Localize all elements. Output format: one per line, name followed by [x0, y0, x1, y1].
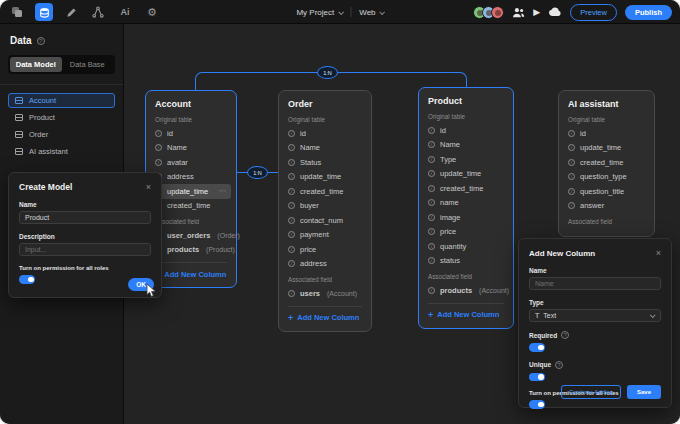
field-user_orders[interactable]: iuser_orders(Order) — [151, 228, 231, 243]
info-icon: i — [428, 243, 435, 250]
settings-gear-icon[interactable]: ⚙ — [143, 3, 161, 21]
field-update_time[interactable]: iupdate_time — [564, 141, 649, 156]
field-created_time[interactable]: icreated_time — [151, 199, 231, 214]
help-icon[interactable]: ? — [37, 37, 45, 45]
unique-toggle[interactable] — [529, 373, 545, 382]
field-id[interactable]: iid — [151, 126, 231, 141]
add-new-column-button[interactable]: +Add New Column — [288, 311, 362, 323]
relation-badge-1n[interactable]: 1:N — [317, 66, 338, 79]
field-products[interactable]: iproducts(Product) — [151, 243, 231, 258]
more-icon[interactable]: ⋯ — [219, 187, 227, 195]
field-quantity[interactable]: iquantity — [424, 239, 508, 254]
column-name-input[interactable]: Name — [529, 277, 661, 290]
field-buyer[interactable]: ibuyer — [284, 199, 366, 214]
info-icon: i — [428, 170, 435, 177]
field-Name[interactable]: iName — [424, 138, 508, 153]
model-name-input[interactable]: Product — [19, 211, 151, 224]
field-label: update_time — [300, 172, 341, 181]
field-Status[interactable]: iStatus — [284, 155, 366, 170]
field-label: Name — [167, 143, 187, 152]
platform-selector[interactable]: Web — [359, 8, 383, 17]
logic-flow-icon[interactable] — [89, 3, 107, 21]
tab-data-model[interactable]: Data Model — [10, 57, 62, 72]
close-icon[interactable]: × — [146, 182, 151, 192]
field-status[interactable]: istatus — [424, 254, 508, 269]
field-answer[interactable]: ianswer — [564, 199, 649, 214]
sidebar-item-order[interactable]: Order — [8, 127, 115, 142]
field-address[interactable]: iaddress — [151, 170, 231, 185]
original-table-label: Original table — [155, 116, 227, 123]
continue-adding-button[interactable]: Continue Adding — [561, 385, 621, 399]
preview-button[interactable]: Preview — [570, 4, 617, 21]
unique-label: Unique ? — [529, 361, 661, 369]
run-play-icon[interactable]: ▶ — [533, 7, 540, 17]
field-label: created_time — [300, 187, 343, 196]
avatar[interactable] — [491, 6, 504, 19]
field-label: Name — [300, 143, 320, 152]
permission-toggle[interactable] — [19, 275, 35, 284]
info-icon: i — [155, 130, 162, 137]
column-type-select[interactable]: T Text — [529, 309, 661, 322]
add-new-column-button[interactable]: +Add New Column — [428, 308, 504, 320]
field-name[interactable]: iname — [424, 196, 508, 211]
field-update_time[interactable]: iupdate_time — [424, 167, 508, 182]
field-id[interactable]: iid — [564, 126, 649, 141]
field-update_time[interactable]: iupdate_time⋯ — [151, 184, 231, 199]
ai-tool-icon[interactable]: Ai — [116, 3, 134, 21]
field-created_time[interactable]: icreated_time — [564, 155, 649, 170]
sidebar-item-account[interactable]: Account — [8, 93, 115, 108]
logo-icon[interactable] — [8, 3, 26, 21]
field-question_type[interactable]: iquestion_type — [564, 170, 649, 185]
entity-card-order[interactable]: OrderOriginal tableiidiNameiStatusiupdat… — [278, 90, 372, 332]
field-avatar[interactable]: iavatar — [151, 155, 231, 170]
field-contact_num[interactable]: icontact_num — [284, 213, 366, 228]
sidebar-item-product[interactable]: Product — [8, 110, 115, 125]
model-description-input[interactable]: Input... — [19, 243, 151, 256]
field-label: address — [300, 259, 327, 268]
field-question_title[interactable]: iquestion_title — [564, 184, 649, 199]
field-image[interactable]: iimage — [424, 210, 508, 225]
field-payment[interactable]: ipayment — [284, 228, 366, 243]
permission-toggle[interactable] — [529, 400, 545, 409]
data-tool-icon[interactable] — [35, 3, 53, 21]
field-id[interactable]: iid — [424, 123, 508, 138]
entity-card-product[interactable]: ProductOriginal tableiidiNameiTypeiupdat… — [418, 87, 514, 329]
design-tool-icon[interactable] — [62, 3, 80, 21]
field-id[interactable]: iid — [284, 126, 366, 141]
field-address[interactable]: iaddress — [284, 257, 366, 272]
name-label: Name — [19, 201, 151, 208]
publish-button[interactable]: Publish — [625, 5, 672, 20]
field-price[interactable]: iprice — [284, 242, 366, 257]
field-created_time[interactable]: icreated_time — [284, 184, 366, 199]
field-update_time[interactable]: iupdate_time — [284, 170, 366, 185]
sidebar-item-label: Account — [29, 96, 56, 105]
close-icon[interactable]: × — [656, 248, 661, 258]
sidebar-item-ai-assistant[interactable]: AI assistant — [8, 144, 115, 159]
entity-card-ai-assistant[interactable]: AI assistantOriginal tableiidiupdate_tim… — [558, 90, 655, 237]
field-products[interactable]: iproducts(Account) — [424, 283, 508, 298]
field-price[interactable]: iprice — [424, 225, 508, 240]
project-selector[interactable]: My Project — [296, 8, 342, 17]
collaborator-avatars — [473, 6, 504, 19]
field-label: created_time — [440, 184, 483, 193]
field-created_time[interactable]: icreated_time — [424, 181, 508, 196]
field-Name[interactable]: iName — [284, 141, 366, 156]
column-name-label: Name — [529, 267, 661, 274]
required-toggle[interactable] — [529, 343, 545, 352]
entity-title: AI assistant — [568, 99, 645, 109]
relation-badge-1n[interactable]: 1:N — [247, 166, 268, 179]
info-icon: i — [288, 246, 295, 253]
collaborators-icon[interactable] — [512, 7, 525, 18]
original-table-label: Original table — [428, 113, 504, 120]
tab-data-base[interactable]: Data Base — [62, 57, 114, 72]
hint-icon[interactable]: ? — [555, 361, 563, 369]
cloud-build-icon[interactable] — [548, 7, 562, 17]
project-switcher: My Project Web — [296, 0, 383, 24]
hint-icon[interactable]: ? — [561, 331, 569, 339]
field-Type[interactable]: iType — [424, 152, 508, 167]
save-button[interactable]: Save — [627, 385, 661, 399]
field-Name[interactable]: iName — [151, 141, 231, 156]
add-new-column-button[interactable]: +Add New Column — [155, 267, 227, 279]
modal-title: Add New Column — [529, 249, 595, 258]
field-users[interactable]: iusers(Account) — [284, 286, 366, 301]
